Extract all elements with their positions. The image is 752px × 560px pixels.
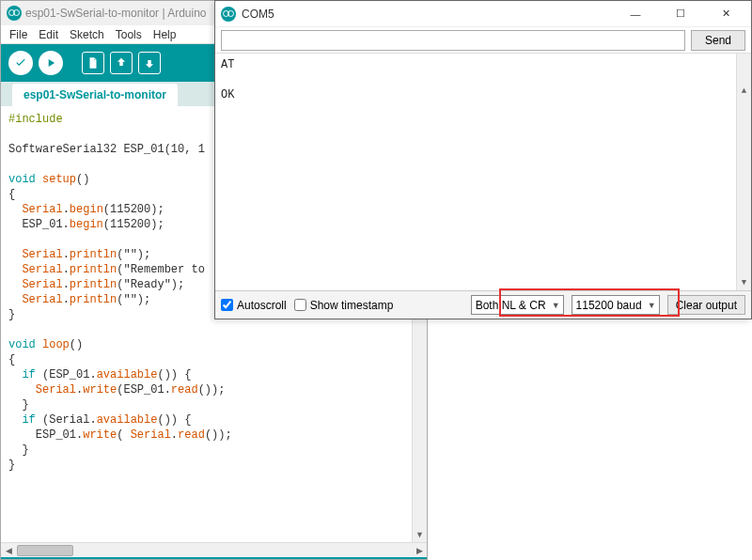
open-button[interactable] (110, 52, 133, 74)
scroll-left-icon[interactable]: ◀ (1, 546, 16, 555)
serial-output-text: AT OK (221, 58, 234, 101)
minimize-button[interactable]: — (616, 2, 655, 26)
scroll-thumb[interactable] (17, 545, 73, 556)
close-button[interactable]: ✕ (706, 2, 745, 26)
new-button[interactable] (82, 52, 104, 74)
menu-tools[interactable]: Tools (111, 26, 147, 43)
scroll-down-icon[interactable]: ▼ (413, 527, 427, 542)
baud-value: 115200 baud (576, 299, 642, 312)
baud-select[interactable]: 115200 baud ▼ (572, 295, 660, 315)
autoscroll-checkbox[interactable]: Autoscroll (221, 299, 287, 312)
menu-file[interactable]: File (5, 26, 32, 43)
serial-output[interactable]: AT OK ▲ ▼ (215, 54, 751, 290)
chevron-down-icon: ▼ (648, 301, 656, 310)
scroll-right-icon[interactable]: ▶ (412, 546, 427, 555)
menu-sketch[interactable]: Sketch (65, 26, 109, 43)
menu-help[interactable]: Help (149, 26, 181, 43)
sketch-tab[interactable]: esp01-SwSerial-to-monitor (12, 84, 178, 106)
line-ending-select[interactable]: Both NL & CR ▼ (471, 295, 564, 315)
arduino-logo-icon (221, 7, 236, 22)
timestamp-label: Show timestamp (310, 299, 394, 312)
timestamp-input[interactable] (294, 299, 306, 311)
chevron-down-icon: ▼ (552, 301, 560, 310)
serial-monitor-window: COM5 — ☐ ✕ Send AT OK ▲ ▼ Autoscroll Sho… (214, 0, 752, 319)
autoscroll-input[interactable] (221, 299, 233, 311)
serial-vertical-scrollbar[interactable]: ▲ ▼ (736, 54, 751, 290)
ide-title: esp01-SwSerial-to-monitor | Arduino (25, 7, 207, 20)
upload-button[interactable] (39, 51, 63, 75)
serial-input-row: Send (215, 27, 751, 54)
scroll-down-icon[interactable]: ▼ (737, 275, 751, 290)
autoscroll-label: Autoscroll (237, 299, 287, 312)
ide-status-strip (1, 557, 427, 559)
save-button[interactable] (138, 52, 161, 74)
timestamp-checkbox[interactable]: Show timestamp (294, 299, 394, 312)
line-ending-value: Both NL & CR (476, 299, 546, 312)
scroll-up-icon[interactable]: ▲ (737, 84, 751, 99)
editor-horizontal-scrollbar[interactable]: ◀ ▶ (1, 542, 427, 557)
serial-title: COM5 (242, 8, 274, 21)
arduino-logo-icon (7, 6, 22, 21)
maximize-button[interactable]: ☐ (661, 2, 700, 26)
serial-input[interactable] (221, 30, 685, 51)
serial-titlebar[interactable]: COM5 — ☐ ✕ (215, 1, 751, 27)
clear-output-button[interactable]: Clear output (667, 295, 745, 315)
menu-edit[interactable]: Edit (34, 26, 63, 43)
send-button[interactable]: Send (691, 30, 745, 51)
verify-button[interactable] (8, 51, 33, 75)
serial-bottom-bar: Autoscroll Show timestamp Both NL & CR ▼… (215, 290, 751, 319)
